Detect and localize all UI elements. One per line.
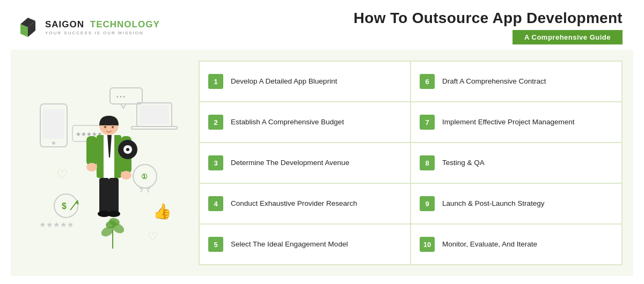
- page-wrapper: SAIGON TECHNOLOGY YOUR SUCCESS IS OUR MI…: [0, 0, 644, 284]
- svg-text:①: ①: [141, 173, 148, 181]
- svg-text:$: $: [62, 201, 67, 211]
- svg-point-47: [112, 126, 114, 128]
- svg-marker-19: [75, 200, 79, 205]
- step-number: 3: [208, 155, 223, 170]
- svg-marker-9: [121, 104, 126, 108]
- step-number: 1: [208, 74, 223, 89]
- svg-rect-7: [110, 88, 142, 104]
- main-content: ★★★★★ • • • ★★★★★ ♡ $: [11, 50, 633, 276]
- logo-icon: [16, 16, 40, 39]
- main-title: How To Outsource App Development: [354, 10, 623, 27]
- step-label: Implement Effective Project Management: [442, 117, 575, 127]
- logo-tagline: YOUR SUCCESS IS OUR MISSION: [45, 31, 160, 35]
- svg-point-37: [86, 163, 97, 171]
- step-number: 5: [208, 237, 223, 252]
- step-item: 1Develop A Detailed App Blueprint: [199, 61, 411, 102]
- svg-line-23: [141, 188, 142, 192]
- step-label: Monitor, Evaluate, And Iterate: [442, 240, 537, 249]
- svg-text:• • •: • • •: [116, 94, 126, 100]
- step-item: 5Select The Ideal Engagement Model: [199, 224, 411, 265]
- step-item: 2Establish A Comprehensive Budget: [199, 102, 411, 143]
- step-label: Launch & Post-Launch Strategy: [442, 199, 545, 208]
- svg-point-39: [121, 171, 131, 180]
- step-item: 8Testing & QA: [411, 143, 622, 183]
- svg-rect-12: [131, 126, 177, 129]
- step-number: 10: [420, 237, 435, 252]
- svg-text:★★★★★: ★★★★★: [39, 220, 74, 229]
- step-number: 2: [208, 115, 223, 130]
- logo-brand: SAIGON TECHNOLOGY: [45, 19, 160, 30]
- step-label: Select The Ideal Engagement Model: [231, 240, 348, 249]
- svg-line-24: [148, 188, 149, 192]
- step-label: Develop A Detailed App Blueprint: [231, 77, 337, 86]
- step-item: 4Conduct Exhaustive Provider Research: [199, 183, 411, 224]
- step-item: 7Implement Effective Project Management: [411, 102, 622, 143]
- step-label: Conduct Exhaustive Provider Research: [231, 199, 357, 208]
- step-label: Determine The Development Avenue: [231, 158, 349, 168]
- subtitle-badge: A Comprehensive Guide: [513, 30, 623, 44]
- step-number: 8: [420, 155, 435, 170]
- svg-point-50: [126, 148, 129, 151]
- illustration-svg: ★★★★★ • • • ★★★★★ ♡ $: [30, 72, 180, 254]
- logo-saigon: SAIGON: [45, 19, 84, 29]
- svg-point-5: [52, 141, 55, 145]
- step-number: 4: [208, 196, 223, 211]
- logo-area: SAIGON TECHNOLOGY YOUR SUCCESS IS OUR MI…: [16, 16, 160, 39]
- step-label: Testing & QA: [442, 158, 485, 168]
- step-number: 6: [420, 74, 435, 89]
- svg-rect-11: [140, 105, 169, 124]
- step-item: 10Monitor, Evaluate, And Iterate: [411, 224, 622, 265]
- step-label: Establish A Comprehensive Budget: [231, 117, 344, 127]
- step-label: Draft A Comprehensive Contract: [442, 77, 546, 86]
- svg-text:♡: ♡: [56, 167, 68, 182]
- step-number: 9: [420, 196, 435, 211]
- step-item: 6Draft A Comprehensive Contract: [411, 61, 622, 102]
- steps-container: 1Develop A Detailed App Blueprint6Draft …: [199, 61, 623, 265]
- svg-rect-36: [86, 136, 97, 166]
- step-item: 3Determine The Development Avenue: [199, 143, 411, 183]
- svg-text:👍: 👍: [153, 203, 172, 220]
- svg-point-46: [105, 126, 106, 128]
- illustration-area: ★★★★★ • • • ★★★★★ ♡ $: [21, 61, 188, 265]
- step-item: 9Launch & Post-Launch Strategy: [411, 183, 622, 224]
- svg-rect-4: [43, 109, 64, 139]
- header: SAIGON TECHNOLOGY YOUR SUCCESS IS OUR MI…: [0, 0, 644, 50]
- logo-text: SAIGON TECHNOLOGY YOUR SUCCESS IS OUR MI…: [45, 19, 160, 35]
- svg-point-43: [107, 211, 120, 217]
- svg-rect-41: [109, 178, 119, 213]
- svg-text:♡: ♡: [148, 230, 158, 243]
- logo-technology: TECHNOLOGY: [90, 19, 160, 29]
- step-number: 7: [420, 115, 435, 130]
- svg-rect-40: [99, 178, 109, 213]
- header-right: How To Outsource App Development A Compr…: [354, 10, 623, 44]
